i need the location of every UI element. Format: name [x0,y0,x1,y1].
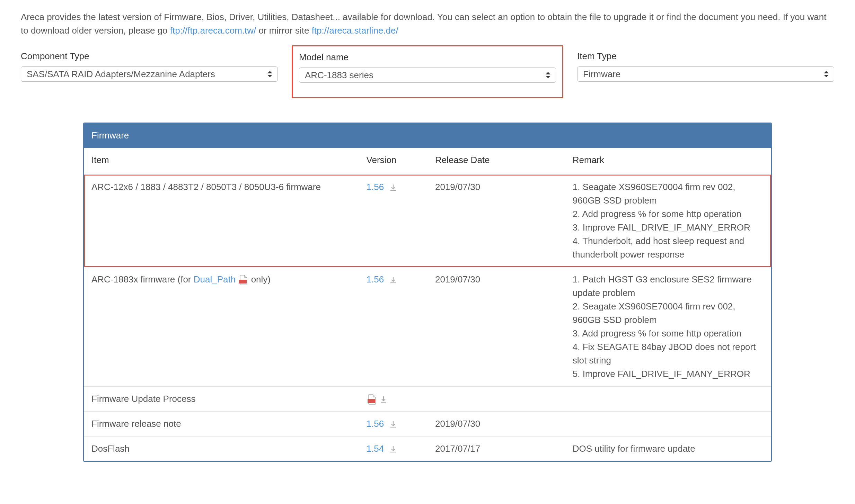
cell-date: 2019/07/30 [428,174,565,267]
table-row: Firmware Update Process [84,387,771,412]
ftp-link-mirror[interactable]: ftp://areca.starline.de/ [312,25,398,36]
table-row: DosFlash1.54 2017/07/17DOS utility for f… [84,436,771,461]
svg-rect-1 [368,399,375,403]
filter-row: Component Type SAS/SATA RAID Adapters/Me… [21,50,834,98]
cell-date: 2019/07/30 [428,412,565,436]
version-link[interactable]: 1.56 [367,182,384,192]
cell-item: ARC-1883x firmware (for Dual_Path only) [84,267,359,387]
firmware-table: Item Version Release Date Remark ARC-12x… [84,148,771,461]
cell-item: Firmware Update Process [84,387,359,412]
pdf-icon[interactable] [239,275,248,285]
filter-label-itemtype: Item Type [577,50,834,63]
cell-date: 2017/07/17 [428,436,565,461]
filter-label-component: Component Type [21,50,278,63]
cell-remark: 1. Patch HGST G3 enclosure SES2 firmware… [565,267,771,387]
filter-item-type: Item Type Firmware [577,50,834,98]
download-icon[interactable] [389,420,397,429]
cell-version: 1.56 [359,174,428,267]
cell-remark [565,412,771,436]
col-header-date: Release Date [428,148,565,174]
download-icon[interactable] [379,395,388,404]
cell-item: DosFlash [84,436,359,461]
table-row: Firmware release note1.56 2019/07/30 [84,412,771,436]
ftp-link-primary[interactable]: ftp://ftp.areca.com.tw/ [170,25,256,36]
col-header-version: Version [359,148,428,174]
cell-item: Firmware release note [84,412,359,436]
cell-version [359,387,428,412]
cell-version: 1.56 [359,412,428,436]
intro-text: Areca provides the latest version of Fir… [21,10,834,37]
col-header-remark: Remark [565,148,771,174]
cell-version: 1.56 [359,267,428,387]
cell-version: 1.54 [359,436,428,461]
firmware-panel: Firmware Item Version Release Date Remar… [83,123,772,462]
cell-remark: DOS utility for firmware update [565,436,771,461]
select-model-name[interactable]: ARC-1883 series [299,68,556,83]
pdf-icon[interactable] [367,394,376,405]
cell-date [428,387,565,412]
col-header-item: Item [84,148,359,174]
download-icon[interactable] [389,183,397,192]
intro-part-a: Areca provides the latest version of Fir… [21,12,826,36]
download-icon[interactable] [389,445,397,453]
filter-label-model: Model name [299,51,556,64]
select-component-type[interactable]: SAS/SATA RAID Adapters/Mezzanine Adapter… [21,66,278,82]
download-icon[interactable] [389,276,397,284]
cell-remark [565,387,771,412]
cell-item: ARC-12x6 / 1883 / 4883T2 / 8050T3 / 8050… [84,174,359,267]
cell-date: 2019/07/30 [428,267,565,387]
filter-component-type: Component Type SAS/SATA RAID Adapters/Me… [21,50,278,98]
version-link[interactable]: 1.54 [367,443,384,454]
filter-model-name: Model name ARC-1883 series [292,45,563,98]
dual-path-link[interactable]: Dual_Path [194,274,236,285]
select-item-type[interactable]: Firmware [577,66,834,82]
intro-part-b: or mirror site [259,25,312,36]
table-row: ARC-12x6 / 1883 / 4883T2 / 8050T3 / 8050… [84,174,771,267]
version-link[interactable]: 1.56 [367,418,384,429]
panel-title: Firmware [84,123,771,148]
version-link[interactable]: 1.56 [367,274,384,285]
table-row: ARC-1883x firmware (for Dual_Path only)1… [84,267,771,387]
cell-remark: 1. Seagate XS960SE70004 firm rev 002, 96… [565,174,771,267]
svg-rect-0 [239,280,247,284]
